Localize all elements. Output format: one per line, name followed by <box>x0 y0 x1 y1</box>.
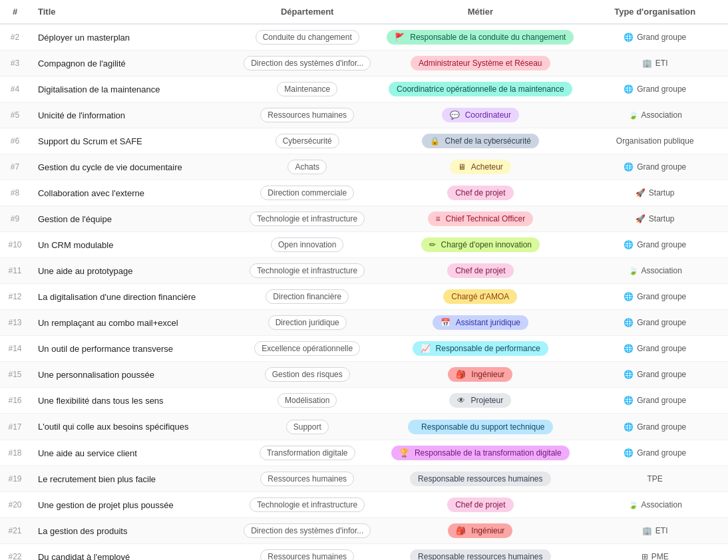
table-row[interactable]: #2 Déployer un masterplan Conduite du ch… <box>0 24 728 51</box>
row-org: 🌐Grand groupe <box>582 284 728 310</box>
row-metier: Chef de projet <box>379 258 582 284</box>
row-dept: Technologie et infrastructure <box>236 206 379 232</box>
metier-badge: 🚩Responsable de la conduite du changemen… <box>387 30 574 45</box>
table-row[interactable]: #20 Une gestion de projet plus poussée T… <box>0 492 728 518</box>
metier-icon: 🚩 <box>395 33 405 42</box>
metier-badge: ≡Chief Technical Officer <box>428 211 534 226</box>
row-metier: 📅Assistant juridique <box>379 310 582 336</box>
org-cell: 🚀Startup <box>590 188 720 198</box>
row-num: #9 <box>0 206 30 232</box>
table-row[interactable]: #13 Un remplaçant au combo mail+excel Di… <box>0 310 728 336</box>
row-metier: Responsable ressources humaines <box>379 466 582 492</box>
row-title: Support du Scrum et SAFE <box>30 128 236 154</box>
table-row[interactable]: #14 Un outil de performance transverse E… <box>0 336 728 362</box>
row-metier: 🏆Responsable de la transformation digita… <box>379 440 582 466</box>
table-row[interactable]: #8 Collaboration avec l'externe Directio… <box>0 180 728 206</box>
metier-badge: 🎒Ingénieur <box>448 367 512 382</box>
table-row[interactable]: #17 L'outil qui colle aux besoins spécif… <box>0 414 728 440</box>
org-label: PME <box>651 552 669 560</box>
row-metier: ✏Chargé d'open innovation <box>379 232 582 258</box>
metier-badge: 💬Coordinateur <box>442 108 519 122</box>
table-row[interactable]: #21 La gestion des produits Direction de… <box>0 518 728 544</box>
row-num: #11 <box>0 258 30 284</box>
org-cell: 🌐Grand groupe <box>590 240 720 249</box>
row-org: Organisation publique <box>582 128 728 154</box>
org-label: Association <box>641 500 682 509</box>
metier-badge: 🖥Acheteur <box>450 160 511 174</box>
dept-badge: Technologie et infrastructure <box>250 497 365 512</box>
table-row[interactable]: #16 Une flexibilité dans tous les sens M… <box>0 388 728 414</box>
dept-badge: Transformation digitale <box>260 446 355 460</box>
row-metier: 💬Coordinateur <box>379 102 582 128</box>
org-cell: 🌐Grand groupe <box>590 396 720 405</box>
row-title: Un CRM modulable <box>30 232 236 258</box>
org-cell: TPE <box>590 474 720 484</box>
row-title: Du candidat à l'employé <box>30 544 236 561</box>
row-num: #18 <box>0 440 30 466</box>
metier-icon: 🎒 <box>456 370 466 379</box>
table-row[interactable]: #7 Gestion du cycle de vie documentaire … <box>0 154 728 180</box>
row-title: Une flexibilité dans tous les sens <box>30 388 236 414</box>
org-icon: 🌐 <box>624 33 634 42</box>
table-row[interactable]: #5 Unicité de l'information Ressources h… <box>0 102 728 128</box>
org-icon: 🌐 <box>624 292 634 301</box>
col-header-title: Title <box>30 0 236 24</box>
row-org: 🏢ETI <box>582 51 728 76</box>
row-metier: 🖥Acheteur <box>379 154 582 180</box>
table-row[interactable]: #6 Support du Scrum et SAFE Cybersécurit… <box>0 128 728 154</box>
table-row[interactable]: #3 Compagnon de l'agilité Direction des … <box>0 51 728 76</box>
org-label: Grand groupe <box>637 344 686 353</box>
row-org: 🌐Grand groupe <box>582 24 728 51</box>
row-org: 🏢ETI <box>582 518 728 544</box>
org-icon: 🚀 <box>636 214 645 223</box>
row-title: Une aide au service client <box>30 440 236 466</box>
row-title: Collaboration avec l'externe <box>30 180 236 206</box>
row-title: Déployer un masterplan <box>30 24 236 51</box>
table-row[interactable]: #10 Un CRM modulable Open innovation ✏Ch… <box>0 232 728 258</box>
dept-badge: Ressources humaines <box>260 472 354 486</box>
row-num: #7 <box>0 154 30 180</box>
org-label: Association <box>641 266 682 275</box>
row-dept: Cybersécurité <box>236 128 379 154</box>
metier-icon: ≡ <box>436 214 441 223</box>
row-org: 🌐Grand groupe <box>582 388 728 414</box>
metier-badge: 📈Responsable de performance <box>413 341 548 356</box>
row-metier: Chef de projet <box>379 180 582 206</box>
table-row[interactable]: #15 Une personnalisation poussée Gestion… <box>0 362 728 388</box>
table-row[interactable]: #4 Digitalisation de la maintenance Main… <box>0 76 728 102</box>
metier-icon: 📅 <box>441 318 451 327</box>
row-title: Compagnon de l'agilité <box>30 51 236 76</box>
dept-badge: Ressources humaines <box>260 549 354 560</box>
row-metier: Responsable ressources humaines <box>379 544 582 561</box>
table-row[interactable]: #22 Du candidat à l'employé Ressources h… <box>0 544 728 561</box>
table-row[interactable]: #9 Gestion de l'équipe Technologie et in… <box>0 206 728 232</box>
table-row[interactable]: #12 La digitalisation d'une direction fi… <box>0 284 728 310</box>
org-icon: ⊞ <box>641 552 648 560</box>
metier-badge: 🎒Ingénieur <box>448 523 512 538</box>
org-cell: 🌐Grand groupe <box>590 422 720 432</box>
table-row[interactable]: #11 Une aide au prototypage Technologie … <box>0 258 728 284</box>
metier-badge: Chef de projet <box>447 263 513 278</box>
metier-icon: ✏ <box>429 240 436 249</box>
org-cell: 🚀Startup <box>590 214 720 223</box>
org-cell: 🌐Grand groupe <box>590 162 720 172</box>
metier-icon: 🏆 <box>399 448 409 458</box>
dept-badge: Conduite du changement <box>256 30 359 45</box>
org-label: ETI <box>655 526 668 535</box>
row-metier: 🎒Ingénieur <box>379 518 582 544</box>
row-dept: Maintenance <box>236 76 379 102</box>
metier-badge: Administrateur Système et Réseau <box>411 56 550 70</box>
row-metier: Chef de projet <box>379 492 582 518</box>
table-row[interactable]: #19 Le recrutement bien plus facile Ress… <box>0 466 728 492</box>
row-dept: Achats <box>236 154 379 180</box>
table-header-row: # Title Département Métier Type d'organi… <box>0 0 728 24</box>
org-icon: 🌐 <box>624 162 634 172</box>
org-label: Grand groupe <box>637 422 686 432</box>
row-metier: 👁Projeteur <box>379 388 582 414</box>
metier-icon: 📈 <box>421 344 431 353</box>
org-label: ETI <box>655 59 668 68</box>
org-label: Association <box>641 110 682 120</box>
row-num: #10 <box>0 232 30 258</box>
org-label: Grand groupe <box>637 448 686 458</box>
table-row[interactable]: #18 Une aide au service client Transform… <box>0 440 728 466</box>
